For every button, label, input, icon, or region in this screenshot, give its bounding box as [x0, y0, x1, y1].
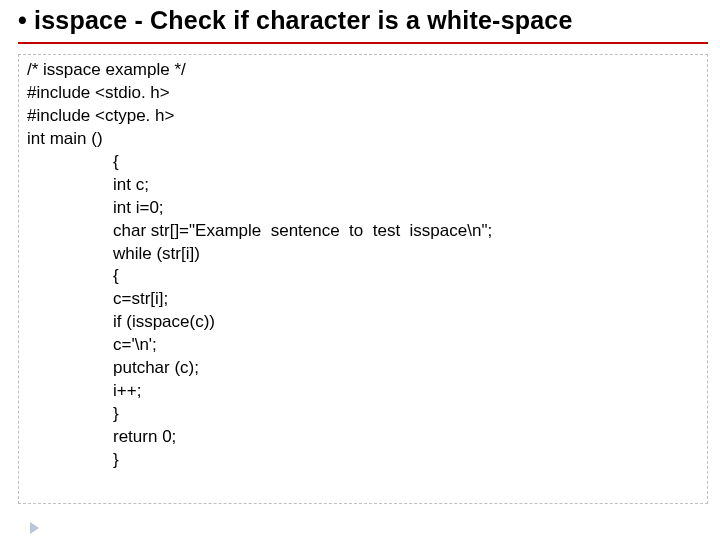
code-line: while (str[i])	[113, 243, 699, 266]
code-line: /* isspace example */	[27, 59, 699, 82]
code-line: #include <ctype. h>	[27, 105, 699, 128]
code-line: }	[113, 449, 699, 472]
title-underline	[18, 42, 708, 44]
code-line: int main ()	[27, 128, 699, 151]
code-line: }	[113, 403, 699, 426]
code-line: return 0;	[113, 426, 699, 449]
code-line: putchar (c);	[113, 357, 699, 380]
code-line: int i=0;	[113, 197, 699, 220]
slide-footer-arrow-icon	[30, 522, 39, 534]
code-line: c='\n';	[113, 334, 699, 357]
code-line: c=str[i];	[113, 288, 699, 311]
code-line: int c;	[113, 174, 699, 197]
code-line: {	[113, 151, 699, 174]
body-area: /* isspace example */ #include <stdio. h…	[18, 54, 708, 530]
content-placeholder: /* isspace example */ #include <stdio. h…	[18, 54, 708, 504]
code-line: if (isspace(c))	[113, 311, 699, 334]
code-line: {	[113, 265, 699, 288]
code-line: #include <stdio. h>	[27, 82, 699, 105]
code-line: i++;	[113, 380, 699, 403]
code-line: char str[]="Example sentence to test iss…	[113, 220, 699, 243]
slide: • isspace - Check if character is a whit…	[0, 0, 720, 540]
slide-title: • isspace - Check if character is a whit…	[18, 6, 710, 35]
